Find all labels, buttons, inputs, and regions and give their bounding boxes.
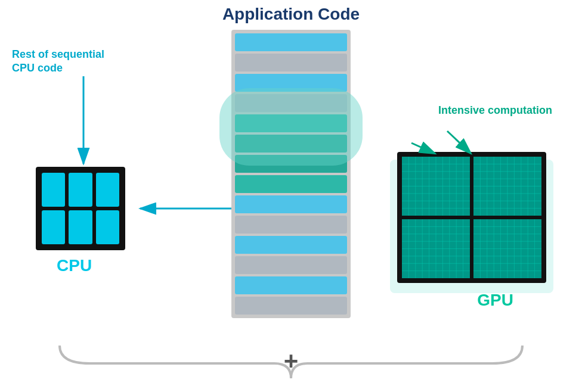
highlight-bubble bbox=[219, 88, 363, 166]
gpu-quadrant bbox=[402, 157, 470, 216]
stack-row bbox=[235, 33, 347, 51]
gpu-quadrant bbox=[402, 219, 470, 278]
stack-row-active bbox=[235, 175, 347, 193]
cpu-cell bbox=[69, 210, 92, 244]
gpu-label: GPU bbox=[477, 291, 513, 310]
cpu-cell bbox=[42, 210, 65, 244]
app-code-title: Application Code bbox=[222, 5, 360, 24]
cpu-cell bbox=[96, 210, 119, 244]
stack-row bbox=[235, 236, 347, 254]
stack-row bbox=[235, 297, 347, 315]
stack-row bbox=[235, 276, 347, 294]
cpu-cell bbox=[42, 173, 65, 207]
stack-row bbox=[235, 54, 347, 71]
plus-sign: + bbox=[284, 347, 299, 375]
app-stack bbox=[231, 30, 351, 318]
cpu-sequential-label: Rest of sequential CPU code bbox=[12, 48, 104, 76]
cpu-box bbox=[36, 167, 125, 250]
gpu-box bbox=[397, 152, 546, 283]
intensive-computation-label: Intensive computation bbox=[438, 104, 552, 117]
stack-row bbox=[235, 195, 347, 213]
stack-row bbox=[235, 256, 347, 274]
gpu-quadrant bbox=[473, 219, 541, 278]
cpu-label: CPU bbox=[57, 256, 92, 275]
cpu-cell bbox=[69, 173, 92, 207]
gpu-quadrant bbox=[473, 157, 541, 216]
cpu-cell bbox=[96, 173, 119, 207]
stack-row bbox=[235, 216, 347, 234]
